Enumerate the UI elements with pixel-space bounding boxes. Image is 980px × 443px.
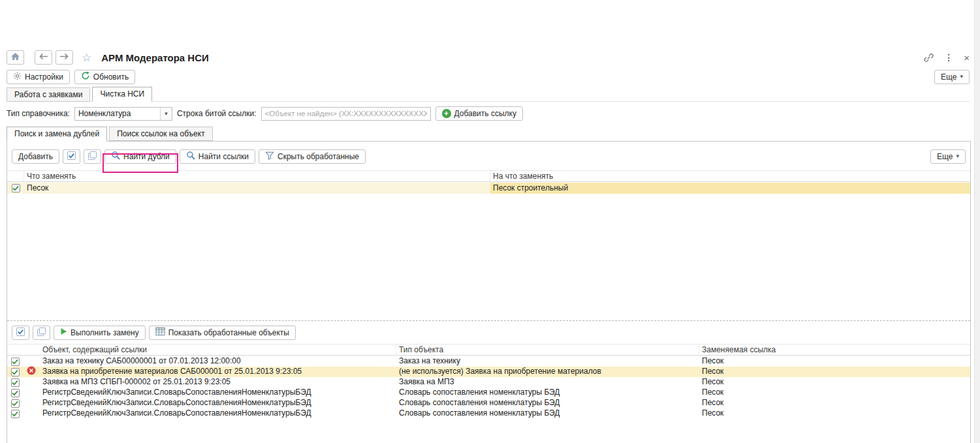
home-button[interactable] <box>7 50 24 65</box>
row-checkbox[interactable] <box>11 399 20 408</box>
cell-object: РегистрСведенийКлючЗаписи.СловарьСопоста… <box>40 398 396 408</box>
duplicates-table: Песок Песок строительный <box>7 183 970 194</box>
more-button-duplicates[interactable]: Еще ▾ <box>930 149 966 164</box>
column-header-object[interactable]: Объект, содержащий ссылки <box>40 344 396 355</box>
row-checkbox[interactable] <box>11 389 20 397</box>
cell-link: Песок <box>699 356 970 367</box>
row-checkbox[interactable] <box>11 368 20 376</box>
check-all-icon <box>67 151 76 162</box>
row-checkbox[interactable] <box>12 184 20 192</box>
error-icon <box>27 366 36 378</box>
hide-processed-button[interactable]: Скрыть обработанные <box>259 149 366 164</box>
filter-row: Тип справочника: Номенклатура ▾ Строка б… <box>7 106 970 121</box>
cell-type: Словарь сопоставления номенклатуры БЭД <box>396 388 699 398</box>
column-header-type[interactable]: Тип объекта <box>396 344 699 355</box>
funnel-icon <box>265 151 274 162</box>
table-row[interactable]: Песок Песок строительный <box>7 183 970 194</box>
replace-toolbar: Выполнить замену Показать обработанные о… <box>12 325 966 340</box>
more-button-top[interactable]: Еще ▾ <box>934 70 970 84</box>
clear-all-flags-button[interactable] <box>84 149 101 164</box>
refresh-icon <box>81 71 90 82</box>
refresh-button[interactable]: Обновить <box>74 70 135 84</box>
close-icon[interactable]: × <box>964 52 970 63</box>
duplicates-table-header: Что заменять На что заменять <box>7 170 970 182</box>
set-all-flags-button[interactable] <box>63 149 80 164</box>
table-row[interactable]: РегистрСведенийКлючЗаписи.СловарьСопоста… <box>7 388 970 398</box>
broken-link-input[interactable] <box>261 107 431 121</box>
references-table: Заказ на технику САБ00000001 от 07.01.20… <box>7 356 970 419</box>
row-checkbox[interactable] <box>11 358 20 366</box>
find-duplicates-button[interactable]: Найти дубли <box>104 149 176 164</box>
cell-type: (не используется) Заявка на приобретение… <box>396 367 699 377</box>
clear-all-flags-button[interactable] <box>33 326 50 340</box>
plus-circle-icon: + <box>442 109 451 118</box>
magnifier-icon <box>111 151 120 162</box>
table-row[interactable]: РегистрСведенийКлючЗаписи.СловарьСопоста… <box>7 408 970 419</box>
catalog-type-value: Номенклатура <box>75 108 160 120</box>
gear-icon <box>13 72 22 82</box>
play-icon <box>60 328 67 337</box>
command-bar: Настройки Обновить Еще ▾ <box>7 69 970 84</box>
cell-object: Заявка на МПЗ СПБП-000002 от 25.01.2013 … <box>40 377 396 388</box>
window-menu-icon[interactable]: ⋮ <box>944 52 953 63</box>
get-link-icon[interactable] <box>924 53 934 63</box>
duplicates-toolbar: Добавить Найти дубли <box>12 149 966 164</box>
cell-type: Заказ на технику <box>396 356 699 367</box>
references-table-header: Объект, содержащий ссылки Тип объекта За… <box>7 344 970 356</box>
uncheck-all-icon <box>87 151 97 162</box>
cell-what: Песок <box>24 183 490 194</box>
table-row[interactable]: Заявка на МПЗ СПБП-000002 от 25.01.2013 … <box>7 377 970 388</box>
table-row[interactable]: Заявка на приобретение материалов САБ000… <box>7 367 970 377</box>
sub-tabs: Поиск и замена дублей Поиск ссылок на об… <box>7 127 970 142</box>
cell-link: Песок <box>699 408 970 419</box>
favorite-star-icon[interactable]: ☆ <box>82 51 91 65</box>
right-gutter <box>974 0 980 443</box>
cell-link: Песок <box>699 398 970 408</box>
column-header-replace-with[interactable]: На что заменять <box>490 171 970 181</box>
add-link-button[interactable]: + Добавить ссылку <box>435 106 523 121</box>
splitter[interactable] <box>7 320 970 321</box>
table-icon <box>155 327 165 338</box>
tab-work-with-requests[interactable]: Работа с заявками <box>7 87 90 102</box>
subtab-find-replace-dupes[interactable]: Поиск и замена дублей <box>7 127 107 142</box>
forward-arrow-icon <box>59 53 69 62</box>
broken-link-label: Строка битой ссылки: <box>177 109 257 118</box>
cell-object: Заказ на технику САБ00000001 от 07.01.20… <box>40 356 396 367</box>
cell-type: Словарь сопоставления номенклатуры БЭД <box>396 398 699 408</box>
catalog-type-combobox[interactable]: Номенклатура ▾ <box>74 107 172 121</box>
execute-replace-button[interactable]: Выполнить замену <box>54 326 146 340</box>
set-all-flags-button[interactable] <box>12 326 29 340</box>
catalog-type-label: Тип справочника: <box>7 109 70 118</box>
table-row[interactable]: РегистрСведенийКлючЗаписи.СловарьСопоста… <box>7 398 970 408</box>
settings-button[interactable]: Настройки <box>7 70 70 84</box>
row-checkbox[interactable] <box>11 378 20 387</box>
combo-chevron-down-icon[interactable]: ▾ <box>160 108 172 120</box>
chevron-down-icon: ▾ <box>960 74 963 80</box>
cell-type: Заявка на МПЗ <box>396 377 699 388</box>
row-checkbox[interactable] <box>11 410 20 418</box>
add-button[interactable]: Добавить <box>12 149 59 164</box>
uncheck-all-icon <box>37 327 46 339</box>
cleanup-panel: Добавить Найти дубли <box>7 141 971 443</box>
back-button[interactable] <box>35 50 52 65</box>
page-title: АРМ Модератора НСИ <box>101 52 209 63</box>
show-processed-objects-button[interactable]: Показать обработанные объекты <box>149 326 296 340</box>
table-row[interactable]: Заказ на технику САБ00000001 от 07.01.20… <box>7 356 970 367</box>
main-tabs: Работа с заявками Чистка НСИ <box>7 87 970 102</box>
cell-link: Песок <box>699 367 970 377</box>
subtab-find-object-refs[interactable]: Поиск ссылок на объект <box>109 127 212 141</box>
cell-link: Песок <box>699 388 970 398</box>
find-references-button[interactable]: Найти ссылки <box>180 149 255 164</box>
cell-object: Заявка на приобретение материалов САБ000… <box>40 367 396 377</box>
column-header-link[interactable]: Заменяемая ссылка <box>699 344 970 355</box>
column-header-what-replace[interactable]: Что заменять <box>24 171 490 181</box>
tab-nsi-cleanup[interactable]: Чистка НСИ <box>92 87 152 102</box>
forward-button[interactable] <box>55 50 73 65</box>
back-arrow-icon <box>39 53 48 62</box>
cell-type: Словарь сопоставления номенклатуры БЭД <box>396 408 699 419</box>
cell-object: РегистрСведенийКлючЗаписи.СловарьСопоста… <box>40 408 396 419</box>
window-header: ☆ АРМ Модератора НСИ ⋮ × <box>7 50 970 65</box>
check-all-icon <box>16 327 25 339</box>
chevron-down-icon: ▾ <box>956 153 959 159</box>
cell-object: РегистрСведенийКлючЗаписи.СловарьСопоста… <box>40 388 396 398</box>
